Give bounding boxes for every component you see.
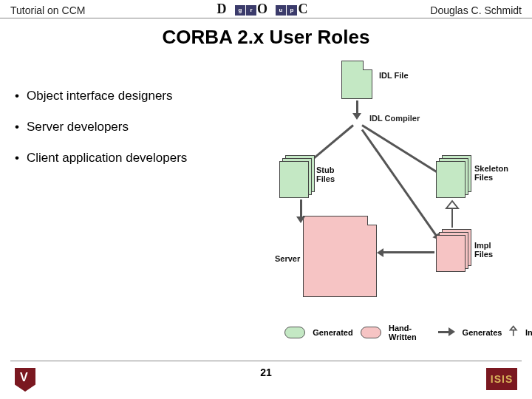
generates-arrow-icon [438, 328, 455, 337]
legend-inherits: Inherits [525, 328, 532, 337]
impl-files-label: Impl Files [474, 241, 493, 259]
footer-divider [10, 361, 522, 361]
arrow-down-icon [356, 100, 358, 114]
idl-file-icon [341, 61, 372, 99]
header-left: Tutorial on CCM [10, 4, 85, 16]
generated-swatch [284, 327, 305, 338]
doc-group-logo: D g r O u p C [216, 1, 316, 19]
bullet-item: Server developers [15, 120, 266, 134]
slide-title: CORBA 2.x User Roles [0, 26, 532, 49]
isis-logo: ISIS [486, 368, 517, 390]
page-number: 21 [0, 366, 532, 378]
arrow-down-icon [300, 200, 302, 217]
bullet-item: Object interface designers [15, 89, 266, 103]
legend-generates: Generates [463, 328, 502, 337]
server-label: Server [275, 254, 300, 263]
inherits-arrow-icon [445, 200, 460, 229]
vanderbilt-logo [15, 368, 35, 392]
legend-generated: Generated [313, 328, 352, 337]
server-icon [303, 216, 377, 297]
header-right: Douglas C. Schmidt [430, 4, 522, 16]
idl-compiler-label: IDL Compiler [369, 114, 420, 123]
inherits-arrow-icon [509, 325, 518, 340]
idl-file-label: IDL File [379, 71, 409, 80]
handwritten-swatch [361, 327, 381, 338]
arrow-left-icon [383, 251, 434, 253]
diagram-legend: Generated Hand-Written Generates Inherit… [284, 324, 532, 341]
corba-diagram: IDL File IDL Compiler Stub Files Skeleto… [273, 61, 517, 341]
stub-files-label: Stub Files [316, 166, 335, 183]
skeleton-files-label: Skeleton Files [474, 164, 508, 182]
legend-hand-written: Hand-Written [389, 324, 431, 341]
bullet-list: Object interface designers Server develo… [15, 89, 266, 182]
bullet-item: Client application developers [15, 151, 266, 166]
